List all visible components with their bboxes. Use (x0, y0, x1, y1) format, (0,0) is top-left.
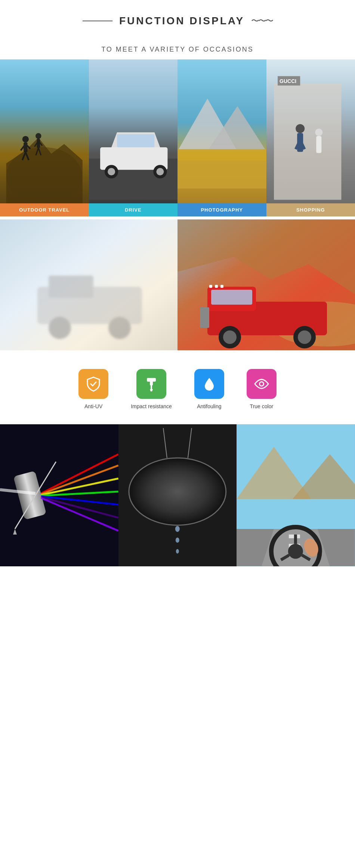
true-color-icon-box (247, 369, 277, 399)
occasion-photography: PHOTOGRAPHY (178, 59, 266, 216)
svg-point-40 (108, 317, 131, 339)
svg-point-30 (296, 124, 305, 133)
header-decor-right: 〜〜〜 (251, 15, 272, 27)
svg-rect-46 (211, 290, 252, 305)
svg-marker-1 (6, 138, 83, 205)
occasion-shopping-bg: GUCCI (266, 59, 355, 216)
before-background (0, 219, 178, 350)
svg-point-22 (156, 168, 164, 175)
svg-rect-35 (316, 136, 321, 153)
header-line-left (83, 21, 112, 21)
occasion-shopping-label: SHOPPING (266, 203, 355, 216)
outdoor-scene (0, 80, 89, 205)
anti-uv-icon-box (78, 369, 108, 399)
shield-icon (85, 376, 102, 392)
occasion-photography-bg (178, 59, 266, 216)
lens-scene (118, 424, 237, 566)
true-color-label: True color (250, 403, 274, 409)
feature-anti-uv: Anti-UV (78, 369, 108, 409)
svg-rect-38 (49, 276, 93, 298)
feature-true-color: True color (247, 369, 277, 409)
svg-rect-54 (200, 307, 209, 328)
svg-rect-56 (147, 378, 156, 382)
svg-text:GUCCI: GUCCI (280, 78, 296, 84)
product-img-prism (0, 424, 118, 566)
svg-point-60 (260, 382, 263, 385)
occasion-outdoor-bg (0, 59, 89, 216)
product-img-lens (118, 424, 237, 566)
header-title: FUNCTION DISPLAY (119, 15, 244, 27)
lens-bg (118, 424, 237, 566)
svg-point-78 (175, 538, 179, 543)
svg-point-2 (22, 136, 29, 142)
anti-uv-label: Anti-UV (84, 403, 102, 409)
driving-bg (237, 424, 355, 566)
drive-scene (89, 59, 178, 205)
occasion-photography-label: PHOTOGRAPHY (178, 203, 266, 216)
wavy-decoration: 〜〜〜 (251, 15, 272, 27)
after-side: AFTER USING (178, 219, 355, 350)
feature-impact: Impact resistance (131, 369, 172, 409)
occasion-drive-bg (89, 59, 178, 216)
svg-point-77 (175, 526, 179, 532)
product-img-driving (237, 424, 355, 566)
photography-scene (178, 59, 266, 205)
after-background (178, 219, 355, 350)
function-display-header: FUNCTION DISPLAY 〜〜〜 (0, 0, 355, 34)
occasion-drive-label: DRIVE (89, 203, 178, 216)
before-after-section: BEFORE USING (0, 219, 355, 350)
occasion-outdoor: OUTDOOR TRAVEL (0, 59, 89, 216)
svg-rect-51 (209, 285, 212, 288)
prism-bg (0, 424, 118, 566)
antifouling-label: Antifouling (197, 403, 221, 409)
occasions-subtitle: TO MEET A VARIETY OF OCCASIONS (0, 34, 355, 59)
svg-point-50 (298, 330, 311, 344)
svg-rect-26 (178, 149, 266, 160)
svg-point-79 (176, 549, 179, 554)
driving-scene (237, 424, 355, 566)
svg-rect-53 (220, 285, 223, 288)
hammer-icon (143, 376, 160, 392)
svg-rect-27 (274, 84, 341, 200)
svg-rect-57 (151, 385, 152, 390)
svg-rect-52 (215, 285, 218, 288)
impact-label: Impact resistance (131, 403, 172, 409)
svg-point-8 (36, 133, 41, 139)
svg-point-39 (49, 317, 71, 339)
drop-icon (201, 376, 217, 392)
feature-antifouling: Antifouling (194, 369, 224, 409)
svg-rect-3 (24, 142, 27, 152)
svg-point-34 (315, 129, 322, 136)
svg-point-48 (223, 330, 237, 344)
occasions-grid: OUTDOOR TRAVEL DRIVE (0, 59, 355, 216)
prism-scene (0, 424, 118, 566)
eye-icon (253, 376, 270, 392)
occasion-outdoor-label: OUTDOOR TRAVEL (0, 203, 89, 216)
shopping-scene: GUCCI (266, 59, 355, 205)
before-side: BEFORE USING (0, 219, 178, 350)
occasion-drive: DRIVE (89, 59, 178, 216)
occasion-shopping: GUCCI SHOPPING (266, 59, 355, 216)
antifouling-icon-box (194, 369, 224, 399)
impact-icon-box (136, 369, 166, 399)
svg-point-20 (108, 168, 115, 175)
features-section: Anti-UV Impact resistance Antifouling (0, 350, 355, 421)
svg-point-91 (288, 544, 303, 559)
svg-marker-58 (150, 389, 153, 391)
svg-rect-18 (117, 134, 154, 147)
product-images-section (0, 424, 355, 566)
